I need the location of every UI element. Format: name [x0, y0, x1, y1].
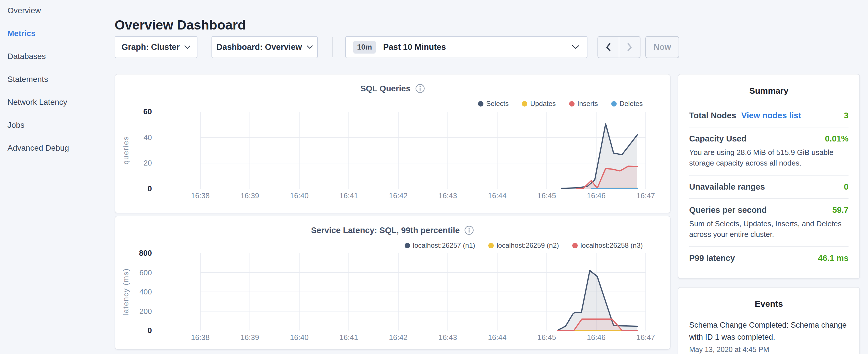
svg-text:16:46: 16:46	[587, 333, 606, 342]
svg-text:800: 800	[139, 249, 152, 257]
sql-queries-chart-plot[interactable]: 16:3816:3916:4016:4116:4216:4316:4416:45…	[115, 74, 671, 214]
service-latency-chart-card: Service Latency: SQL, 99th percentile lo…	[115, 216, 671, 350]
chevron-down-icon	[572, 45, 580, 49]
svg-text:16:42: 16:42	[389, 191, 407, 200]
svg-text:40: 40	[144, 133, 152, 142]
summary-row-label: P99 latency	[689, 254, 735, 263]
svg-text:600: 600	[140, 268, 152, 277]
next-time-button[interactable]	[619, 37, 640, 58]
chevron-down-icon	[307, 45, 313, 49]
summary-row-queries-per-second: Queries per second 59.7 Sum of Selects, …	[689, 199, 848, 247]
svg-text:16:38: 16:38	[191, 333, 210, 342]
svg-text:16:39: 16:39	[241, 191, 259, 200]
time-window-badge: 10m	[353, 41, 376, 54]
events-title: Events	[689, 299, 848, 309]
svg-text:400: 400	[140, 288, 152, 296]
summary-row-value: 46.1 ms	[818, 254, 848, 263]
sidebar-item-overview[interactable]: Overview	[7, 5, 69, 16]
summary-row-value: 0.01%	[825, 134, 848, 143]
sidebar-item-databases[interactable]: Databases	[7, 51, 69, 62]
controls-divider	[333, 37, 333, 57]
dashboard-dropdown-label: Dashboard: Overview	[216, 42, 302, 52]
summary-row-value: 59.7	[833, 205, 848, 215]
summary-row-description: You are using 28.6 MiB of 515.9 GiB usab…	[689, 147, 848, 168]
svg-text:16:40: 16:40	[290, 333, 309, 342]
events-panel: Events Schema Change Completed: Schema c…	[678, 287, 860, 354]
dashboard-dropdown[interactable]: Dashboard: Overview	[212, 36, 318, 58]
summary-row-label: Queries per second	[689, 205, 767, 215]
sidebar-item-network-latency[interactable]: Network Latency	[7, 97, 69, 107]
summary-row-label: Capacity Used	[689, 134, 746, 143]
summary-row-unavailable-ranges: Unavailable ranges 0	[689, 175, 848, 199]
summary-row-label: Total Nodes	[689, 111, 736, 120]
sidebar: Overview Metrics Databases Statements Ne…	[7, 5, 69, 153]
svg-text:16:43: 16:43	[438, 191, 457, 200]
svg-text:0: 0	[148, 185, 152, 193]
svg-text:16:44: 16:44	[488, 191, 507, 200]
svg-text:0: 0	[148, 326, 152, 335]
sidebar-item-advanced-debug[interactable]: Advanced Debug	[7, 143, 69, 153]
summary-row-value: 0	[844, 182, 848, 192]
summary-row-total-nodes: Total Nodes View nodes list 3	[689, 104, 848, 127]
summary-row-description: Sum of Selects, Updates, Inserts, and De…	[689, 219, 848, 240]
svg-text:16:41: 16:41	[340, 191, 358, 200]
svg-text:20: 20	[144, 159, 152, 167]
svg-text:16:46: 16:46	[587, 191, 606, 200]
service-latency-chart-plot[interactable]: 16:3816:3916:4016:4116:4216:4316:4416:45…	[115, 216, 671, 350]
event-timestamp: May 13, 2020 at 4:45 PM	[689, 345, 848, 354]
event-message[interactable]: Schema Change Completed: Schema change w…	[689, 319, 848, 343]
svg-text:16:39: 16:39	[241, 333, 259, 342]
time-step-buttons	[597, 36, 641, 58]
svg-text:16:47: 16:47	[637, 191, 655, 200]
sidebar-item-jobs[interactable]: Jobs	[7, 120, 69, 130]
summary-row-value: 3	[844, 111, 848, 120]
graph-scope-label: Graph: Cluster	[122, 42, 180, 52]
summary-panel: Summary Total Nodes View nodes list 3 Ca…	[678, 74, 860, 279]
summary-title: Summary	[689, 86, 848, 96]
svg-text:16:44: 16:44	[488, 333, 507, 342]
sidebar-item-metrics[interactable]: Metrics	[7, 28, 69, 39]
now-button[interactable]: Now	[645, 36, 679, 58]
view-nodes-list-link[interactable]: View nodes list	[741, 111, 801, 120]
page-title: Overview Dashboard	[115, 17, 246, 33]
graph-scope-dropdown[interactable]: Graph: Cluster	[115, 36, 197, 58]
prev-time-button[interactable]	[598, 37, 619, 58]
svg-text:16:45: 16:45	[537, 333, 556, 342]
sql-queries-chart-card: SQL Queries SelectsUpdatesInsertsDeletes…	[115, 74, 671, 213]
chevron-down-icon	[184, 45, 191, 49]
svg-text:queries: queries	[122, 136, 130, 164]
summary-row-label: Unavailable ranges	[689, 182, 765, 192]
summary-row-p99-latency: P99 latency 46.1 ms	[689, 247, 848, 269]
svg-text:16:38: 16:38	[191, 191, 210, 200]
svg-text:60: 60	[143, 107, 152, 116]
time-range-selector[interactable]: 10m Past 10 Minutes	[345, 36, 587, 58]
svg-text:16:40: 16:40	[290, 191, 309, 200]
svg-text:latency (ms): latency (ms)	[122, 268, 130, 316]
time-window-label: Past 10 Minutes	[383, 42, 564, 52]
chevron-left-icon	[605, 43, 612, 52]
svg-text:16:43: 16:43	[438, 333, 457, 342]
sidebar-item-statements[interactable]: Statements	[7, 74, 69, 85]
chevron-right-icon	[626, 43, 633, 52]
svg-text:16:41: 16:41	[340, 333, 358, 342]
summary-row-capacity-used: Capacity Used 0.01% You are using 28.6 M…	[689, 127, 848, 175]
svg-text:16:42: 16:42	[389, 333, 407, 342]
svg-text:200: 200	[140, 307, 152, 316]
svg-text:16:45: 16:45	[537, 191, 556, 200]
svg-text:16:47: 16:47	[637, 333, 655, 342]
